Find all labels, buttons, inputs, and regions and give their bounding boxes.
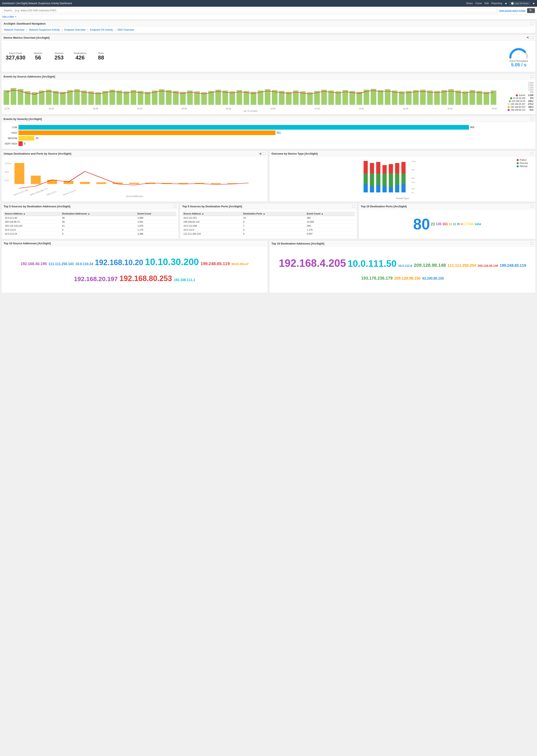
metrics-row: Event Count 327,630 Devices 56 Sources 2… <box>4 43 533 70</box>
svg-rect-22 <box>159 89 164 105</box>
svg-rect-63 <box>448 89 454 105</box>
svg-rect-55 <box>392 91 397 105</box>
table-cell: 199.248.65.119 <box>182 220 242 224</box>
top5-dest-addr-title: Top 5 Sources by Destination Addresses [… <box>4 205 70 208</box>
share-button[interactable]: Share <box>466 2 473 5</box>
svg-text:10.0.112.6: 10.0.112.6 <box>62 190 77 196</box>
prev-icon[interactable]: ◀ <box>259 152 261 155</box>
navigation-panel-title: ArcSight: Dashboard Navigation <box>4 22 46 25</box>
table-cell: 2,591 <box>136 220 176 224</box>
svg-text:60: 60 <box>5 171 9 173</box>
table-cell: 193.115.143.134 <box>4 224 61 228</box>
port-item: 23 <box>431 222 435 226</box>
expand-top10-dest-icon[interactable]: ⛶ <box>530 242 533 245</box>
table-cell: 10.0.112.6 <box>4 228 61 232</box>
outcome-legend: /Failure /Success /Attempt <box>516 159 533 197</box>
edit-button[interactable]: Edit <box>484 2 489 5</box>
svg-rect-46 <box>328 91 334 105</box>
nav-link-dns-overview[interactable]: DNS Overview <box>117 28 134 31</box>
svg-rect-75 <box>97 182 106 184</box>
svg-text:60%: 60% <box>412 177 415 179</box>
svg-rect-6 <box>46 90 52 105</box>
metric-sources: Sources 253 <box>51 52 67 61</box>
tables-row: Top 5 Sources by Destination Addresses [… <box>1 203 536 239</box>
table-row: 193.115.143.134211,870 <box>4 224 176 228</box>
table-cell: 9 <box>61 228 136 232</box>
expand-events-source-icon[interactable]: ⛶ <box>530 75 533 78</box>
table-cell: 96 <box>61 216 136 220</box>
table-row: 10.0.112.2493,386 <box>4 232 176 236</box>
expand-top5-ports-icon[interactable]: ⛶ <box>352 205 355 208</box>
svg-text:80%: 80% <box>412 169 415 171</box>
svg-text:20: 20 <box>5 179 9 181</box>
expand-top5-addr-icon[interactable]: ⛶ <box>173 205 176 208</box>
add-filter-link[interactable]: Add a filter + <box>2 15 17 18</box>
top5-dest-ports-panel: Top 5 Sources by Destination Ports [ArcS… <box>180 203 357 239</box>
x-axis-title: per 10 minutes <box>4 110 498 112</box>
nav-link-suspicious-activity[interactable]: Network Suspicious Activity <box>29 28 60 31</box>
table-row: 10.0.112.661,176 <box>182 228 355 232</box>
breadcrumb-dashboard-link[interactable]: Dashboard <box>2 2 15 5</box>
expand-nav-icon[interactable]: ⛶ <box>530 22 533 25</box>
events-by-severity-title: Events by Severity [ArcSight] <box>4 117 42 121</box>
success-label: /Success <box>519 162 528 164</box>
time-range-badge[interactable]: 🕑 Last 24 hours <box>509 1 530 6</box>
expand-severity-icon[interactable]: ⛶ <box>530 117 533 121</box>
table-cell: 6 <box>242 228 306 232</box>
svg-rect-58 <box>413 90 419 105</box>
svg-rect-47 <box>335 91 341 105</box>
nav-prev-icon[interactable]: ◀ <box>505 2 507 5</box>
unique-dest-header: Unique Destinations and Ports by Source … <box>1 151 268 157</box>
word-cloud-item: 192.168.80.253 <box>119 272 172 286</box>
word-cloud-item: 192.168.10.20 <box>95 256 143 269</box>
word-cloud-item: 10.0.110.34 <box>75 261 93 267</box>
table-cell: 1,176 <box>136 228 176 232</box>
expand-outcome-icon[interactable]: ⛶ <box>530 152 533 155</box>
lucene-link[interactable]: Uses lucene query syntax <box>499 9 525 12</box>
expand-top10-ports-icon[interactable]: ⛶ <box>530 205 533 208</box>
failure-label: /Failure <box>519 159 526 161</box>
table-cell: 10.0.112.24 <box>4 232 61 236</box>
collapse-device-metrics-icon[interactable]: ⮜ <box>526 36 529 39</box>
svg-rect-110 <box>401 174 406 184</box>
top10-dest-ports-title: Top 10 Destination Ports [ArcSight] <box>361 205 407 208</box>
table-row: 199.248.65.119913,009 <box>182 220 355 224</box>
nav-link-endpoint-overview[interactable]: Endpoint Overview <box>64 28 86 31</box>
table-row: 10.0.112.691,176 <box>4 228 176 232</box>
expand-device-metrics-icon[interactable]: ⛶ <box>530 36 533 39</box>
unique-dest-content: 10.0.111.46 209.128.98.73 193.115... 10.… <box>1 157 268 200</box>
top5-dest-addr-panel: Top 5 Sources by Destination Addresses [… <box>1 203 179 239</box>
reporting-button[interactable]: Reporting <box>491 2 502 5</box>
search-input[interactable] <box>2 8 497 13</box>
svg-rect-64 <box>455 91 461 105</box>
clone-button[interactable]: Clone <box>475 2 482 5</box>
table-cell: 13,009 <box>306 220 355 224</box>
word-cloud-item: 10.0.112.6 <box>398 263 412 268</box>
nav-link-network-overview[interactable]: Network Overview <box>4 28 24 31</box>
col-dest-ports: Destination Ports ▲ <box>242 212 306 216</box>
table-cell: 9 <box>61 232 136 236</box>
metric-devices: Devices 56 <box>30 52 46 61</box>
word-cloud-item: 10.10.30.200 <box>145 254 199 270</box>
severity-label: VERY HIGH <box>4 142 17 145</box>
expand-unique-dest-icon[interactable]: ⛶ <box>263 152 266 155</box>
svg-rect-96 <box>370 186 374 192</box>
port-item: 21 <box>461 223 464 225</box>
severity-bar-fill <box>19 141 23 146</box>
navigation-panel-header: ArcSight: Dashboard Navigation ⛶ <box>1 20 536 27</box>
search-button[interactable]: 🔍 <box>527 8 535 13</box>
top10-source-title: Top 10 Source Addresses [ArcSight] <box>4 242 51 245</box>
top5-dest-addr-table: Source Address ▲ Destination Addresses ▲… <box>4 212 176 236</box>
severity-bar-row: MEDIUM 34 <box>4 136 533 140</box>
breadcrumb-separator: / <box>15 2 16 5</box>
table-cell: 249 <box>306 224 355 228</box>
svg-rect-61 <box>434 91 440 105</box>
svg-text:100: 100 <box>5 163 11 165</box>
add-filter-bar: Add a filter + <box>0 15 537 19</box>
word-cloud-item: 111.111.250.254 <box>447 262 476 269</box>
word-cloud-item: 192.168.4.205 <box>279 254 346 273</box>
nav-next-icon[interactable]: ▶ <box>533 2 535 5</box>
svg-rect-56 <box>399 91 405 105</box>
word-cloud-item: 192.168.111.1 <box>174 277 195 283</box>
nav-link-endpoint-os[interactable]: Endpoint OS Activity <box>90 28 113 31</box>
